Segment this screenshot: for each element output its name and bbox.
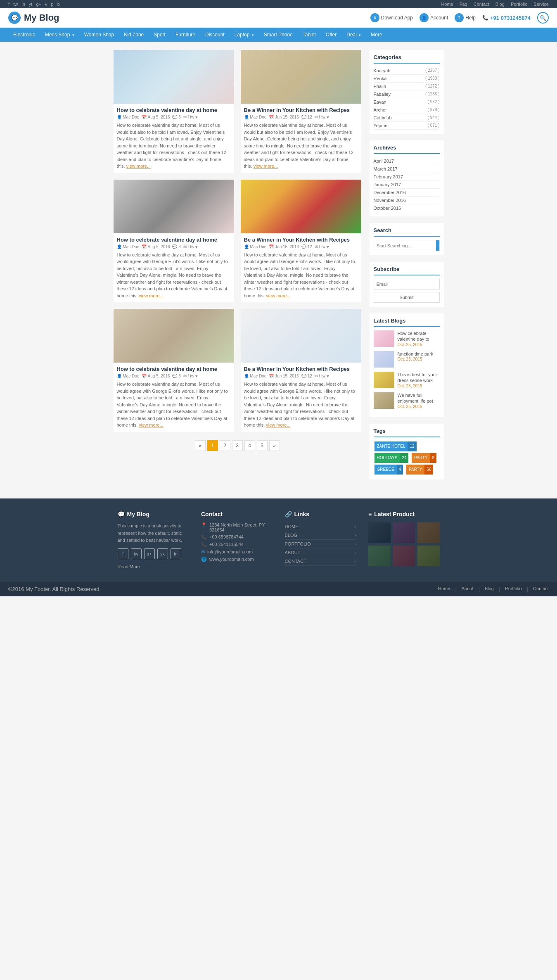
- footer-bottom-link-about[interactable]: About: [462, 586, 474, 592]
- toplink-blog[interactable]: Blog: [495, 2, 505, 7]
- subscribe-email-input[interactable]: [374, 279, 440, 289]
- archive-item[interactable]: April 2017: [374, 157, 440, 165]
- view-more-2[interactable]: view more...: [139, 293, 163, 298]
- nav-item-kid-zone[interactable]: Kid Zone: [119, 28, 149, 42]
- nav-link[interactable]: Women Shop: [79, 28, 119, 42]
- archive-link[interactable]: April 2017: [374, 159, 394, 164]
- footer-bottom-link-home[interactable]: Home: [438, 586, 450, 592]
- product-thumb-4[interactable]: [393, 546, 415, 566]
- logo[interactable]: 💬 My Blog: [8, 12, 59, 24]
- toplink-home[interactable]: Home: [441, 2, 453, 7]
- nav-link[interactable]: Electronic: [8, 28, 40, 42]
- nav-item-women-shop[interactable]: Women Shop: [79, 28, 119, 42]
- archive-link[interactable]: February 2017: [374, 174, 403, 179]
- archive-item[interactable]: November 2016: [374, 197, 440, 204]
- nav-item-more[interactable]: More: [366, 28, 387, 42]
- toplink-portfolio[interactable]: Portfolio: [511, 2, 527, 7]
- footer-social-skype[interactable]: sk: [157, 548, 168, 559]
- help-btn[interactable]: ? Help: [455, 13, 476, 22]
- social-pinterest[interactable]: p: [51, 2, 54, 7]
- tag-greece[interactable]: GREECE 4: [374, 465, 403, 475]
- header-search-btn[interactable]: 🔍: [537, 12, 549, 24]
- nav-item-electronic[interactable]: Electronic: [8, 28, 40, 42]
- product-thumb-0[interactable]: [368, 522, 391, 543]
- archive-item[interactable]: October 2016: [374, 204, 440, 212]
- toplink-service[interactable]: Service: [533, 2, 549, 7]
- nav-item-sport[interactable]: Sport: [149, 28, 171, 42]
- social-youtube[interactable]: yt: [29, 2, 33, 7]
- nav-link[interactable]: Tablet: [298, 28, 321, 42]
- pagination-page-4[interactable]: 4: [244, 440, 255, 451]
- footer-bottom-link-blog[interactable]: Blog: [485, 586, 494, 592]
- view-more-4[interactable]: view more...: [139, 422, 163, 427]
- archive-link[interactable]: March 2017: [374, 166, 398, 171]
- social-gplus[interactable]: g+: [36, 2, 41, 7]
- archive-item[interactable]: February 2017: [374, 173, 440, 181]
- footer-link[interactable]: HOME: [285, 524, 299, 529]
- social-behance[interactable]: b: [57, 2, 60, 7]
- search-input[interactable]: [374, 240, 436, 251]
- view-more-3[interactable]: view more...: [266, 293, 290, 298]
- pagination-next[interactable]: »: [269, 440, 280, 451]
- archive-item[interactable]: January 2017: [374, 181, 440, 189]
- nav-item-laptop[interactable]: Laptop ▾: [230, 28, 259, 42]
- nav-link[interactable]: Laptop ▾: [230, 28, 259, 42]
- social-vimeo[interactable]: v: [45, 2, 47, 7]
- nav-item-deal[interactable]: Deal ▾: [341, 28, 366, 42]
- download-app-btn[interactable]: ⬇ Download App: [370, 13, 413, 22]
- footer-social-facebook[interactable]: f: [118, 548, 128, 559]
- tag-party[interactable]: PARTY 8: [412, 453, 436, 463]
- archive-link[interactable]: November 2016: [374, 198, 406, 203]
- nav-link[interactable]: Sport: [149, 28, 171, 42]
- subscribe-btn[interactable]: Submit: [374, 292, 440, 303]
- nav-item-smart-phone[interactable]: Smart Phone: [259, 28, 298, 42]
- footer-read-more[interactable]: Read More: [118, 564, 140, 569]
- footer-social-twitter[interactable]: tw: [131, 548, 142, 559]
- nav-item-mens-shop[interactable]: Mens Shop ▾: [40, 28, 79, 42]
- footer-social-gplus[interactable]: g+: [144, 548, 155, 559]
- product-thumb-1[interactable]: [393, 522, 415, 543]
- social-linkedin[interactable]: in: [21, 2, 25, 7]
- footer-link[interactable]: PORTFOLIO: [285, 541, 311, 546]
- product-thumb-2[interactable]: [417, 522, 440, 543]
- view-more-0[interactable]: view more...: [126, 164, 151, 168]
- nav-link[interactable]: Discount: [200, 28, 230, 42]
- archive-item[interactable]: December 2016: [374, 189, 440, 197]
- toplink-contact[interactable]: Contact: [474, 2, 489, 7]
- nav-link[interactable]: Deal ▾: [341, 28, 366, 42]
- pagination-page-5[interactable]: 5: [257, 440, 268, 451]
- nav-item-discount[interactable]: Discount: [200, 28, 230, 42]
- archive-item[interactable]: March 2017: [374, 165, 440, 173]
- search-btn[interactable]: 🔍: [436, 240, 440, 251]
- account-btn[interactable]: 👤 Account: [420, 13, 448, 22]
- nav-item-furniture[interactable]: Furniture: [171, 28, 200, 42]
- footer-link[interactable]: BLOG: [285, 533, 298, 538]
- nav-link[interactable]: Mens Shop ▾: [40, 28, 79, 42]
- social-twitter[interactable]: tw: [13, 2, 18, 7]
- tag-holidays[interactable]: HOLIDAYS 24: [374, 453, 409, 463]
- footer-bottom-link-portfolio[interactable]: Portfolio: [505, 586, 521, 592]
- pagination-page-2[interactable]: 2: [220, 440, 230, 451]
- nav-link[interactable]: Furniture: [171, 28, 200, 42]
- footer-social-linkedin[interactable]: in: [171, 548, 181, 559]
- pagination-page-1[interactable]: 1: [207, 440, 218, 451]
- footer-link[interactable]: ABOUT: [285, 550, 301, 555]
- pagination-page-3[interactable]: 3: [232, 440, 243, 451]
- view-more-5[interactable]: view more...: [266, 422, 290, 427]
- tag-party2[interactable]: PARTY 56: [406, 465, 434, 475]
- nav-item-tablet[interactable]: Tablet: [298, 28, 321, 42]
- tag-zante-hotel[interactable]: ZANTE HOTEL 12: [374, 441, 417, 451]
- nav-link[interactable]: Smart Phone: [259, 28, 298, 42]
- archive-link[interactable]: October 2016: [374, 206, 401, 211]
- view-more-1[interactable]: view more...: [254, 164, 278, 168]
- product-thumb-3[interactable]: [368, 546, 391, 566]
- nav-link[interactable]: More: [366, 28, 387, 42]
- nav-link[interactable]: Kid Zone: [119, 28, 149, 42]
- archive-link[interactable]: December 2016: [374, 190, 406, 195]
- nav-link[interactable]: Offer: [321, 28, 341, 42]
- archive-link[interactable]: January 2017: [374, 182, 401, 187]
- social-facebook[interactable]: f: [8, 2, 9, 7]
- product-thumb-5[interactable]: [417, 546, 440, 566]
- footer-bottom-link-contact[interactable]: Contact: [533, 586, 549, 592]
- toplink-faq[interactable]: Faq: [460, 2, 467, 7]
